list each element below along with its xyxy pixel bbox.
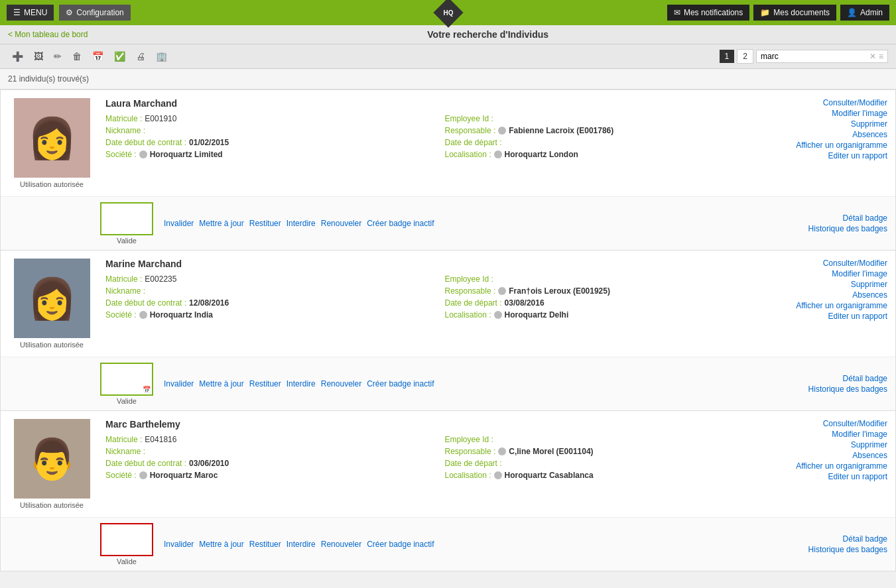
breadcrumb-bar: < Mon tableau de bord Votre recherche d'… [0,25,896,44]
envelope-icon: ✉ [674,8,680,17]
action-link-1[interactable]: Modifier l'image [832,109,887,118]
toolbar: ➕ 🖼 ✏ 🗑 📅 ✅ 🖨 🏢 1 2 ✕ ≡ [0,44,896,69]
societe-icon [139,311,147,319]
badge-action-link-0[interactable]: Invalider [164,540,194,549]
menu-button[interactable]: ☰ MENU [7,5,54,21]
employee-id-label: Employee Id : [445,435,493,444]
badge-action-link-0[interactable]: Invalider [164,219,194,228]
action-link-2[interactable]: Supprimer [851,119,887,129]
action-link-1[interactable]: Modifier l'image [832,269,887,278]
badge-action-link-5[interactable]: Créer badge inactif [367,379,434,388]
action-link-3[interactable]: Absences [852,130,887,139]
documents-button[interactable]: 📁 Mes documents [753,5,836,21]
matricule-label: Matricule : [105,114,142,123]
search-input[interactable] [761,52,867,61]
badge-action-link-1[interactable]: Mettre à jour [199,219,243,228]
badge-right-action-1[interactable]: Historique des badges [808,224,887,233]
societe-label: Société : [105,471,137,480]
filter-icon[interactable]: ≡ [879,52,883,61]
menu-label: MENU [24,8,47,17]
societe-icon [139,471,147,479]
responsable-icon [498,127,506,135]
employee-id-label: Employee Id : [445,114,493,123]
photo-button[interactable]: 🖼 [30,48,47,64]
matricule-value: E002235 [145,274,176,284]
action-link-3[interactable]: Absences [852,451,887,460]
action-link-5[interactable]: Editer un rapport [828,151,887,160]
page-2-button[interactable]: 2 [737,49,753,64]
societe-value: Horoquartz Maroc [150,471,218,480]
action-link-4[interactable]: Afficher un organigramme [796,461,887,471]
action-link-1[interactable]: Modifier l'image [832,430,887,439]
action-link-4[interactable]: Afficher un organigramme [796,301,887,310]
page-1-button[interactable]: 1 [720,50,735,63]
individual-card: 👩 Utilisation autorisée Laura Marchand M… [0,89,896,251]
date-debut-label: Date début de contrat : [105,459,186,468]
breadcrumb-back[interactable]: < Mon tableau de bord [8,30,88,39]
employee-id-label: Employee Id : [445,274,493,284]
badge-action-link-3[interactable]: Interdire [287,540,316,549]
action-link-0[interactable]: Consulter/Modifier [823,98,887,107]
badge-right-action-0[interactable]: Détail badge [843,374,887,383]
matricule-value: E001910 [145,114,176,123]
badge-action-link-3[interactable]: Interdire [287,379,316,388]
action-link-2[interactable]: Supprimer [851,280,887,289]
photo-label: Utilisation autorisée [20,341,84,349]
badge-right-action-1[interactable]: Historique des badges [808,384,887,394]
badge-action-link-4[interactable]: Renouveler [321,219,361,228]
delete-button[interactable]: 🗑 [68,48,86,64]
localisation-icon [494,311,502,319]
admin-label: Admin [860,8,883,17]
badge-action-link-5[interactable]: Créer badge inactif [367,540,434,549]
card-info: Marine Marchand Matricule : E002235 Empl… [105,259,771,349]
nickname-label: Nickname : [105,126,145,135]
action-link-4[interactable]: Afficher un organigramme [796,141,887,150]
badge-right-action-0[interactable]: Détail badge [843,213,887,223]
badge-action-link-5[interactable]: Créer badge inactif [367,219,434,228]
action-link-0[interactable]: Consulter/Modifier [823,259,887,268]
config-button[interactable]: ⚙ Configuration [59,5,130,21]
folder-icon: 📁 [760,8,770,17]
badge-action-link-2[interactable]: Restituer [249,379,281,388]
action-link-5[interactable]: Editer un rapport [828,472,887,481]
responsable-value: C,line Morel (E001104) [509,447,593,456]
print-button[interactable]: 🖨 [132,48,149,64]
notifications-button[interactable]: ✉ Mes notifications [667,5,749,21]
badge-right-action-0[interactable]: Détail badge [843,534,887,544]
edit-button[interactable]: ✏ [50,48,66,64]
action-link-2[interactable]: Supprimer [851,440,887,449]
admin-button[interactable]: 👤 Admin [840,5,889,21]
check-button[interactable]: ✅ [110,48,129,64]
add-button[interactable]: ➕ [8,48,27,64]
badge-box: 📅 [100,363,153,396]
badge-right-actions: Détail badgeHistorique des badges [808,534,887,554]
documents-label: Mes documents [773,8,830,17]
localisation-value: Horoquartz Delhi [505,310,569,320]
badge-section: Valide InvaliderMettre à jourRestituerIn… [1,196,895,250]
badge-action-link-2[interactable]: Restituer [249,219,281,228]
badge-right-action-1[interactable]: Historique des badges [808,545,887,554]
action-link-3[interactable]: Absences [852,290,887,300]
badge-action-link-4[interactable]: Renouveler [321,540,361,549]
responsable-icon [498,447,506,455]
individual-name: Marine Marchand [105,259,771,269]
action-link-5[interactable]: Editer un rapport [828,312,887,321]
results-count: 21 individu(s) trouvé(s) [0,69,896,89]
badge-action-link-1[interactable]: Mettre à jour [199,379,243,388]
badge-section: 📅 Valide InvaliderMettre à jourRestituer… [1,357,895,410]
search-box: ✕ ≡ [756,50,888,63]
localisation-value: Horoquartz Casablanca [505,471,594,480]
badge-action-link-3[interactable]: Interdire [287,219,316,228]
org-button[interactable]: 🏢 [152,48,171,64]
badge-action-link-2[interactable]: Restituer [249,540,281,549]
badge-action-link-1[interactable]: Mettre à jour [199,540,243,549]
date-depart-value: 03/08/2016 [505,298,544,308]
clear-search-icon[interactable]: ✕ [869,52,876,61]
calendar-button[interactable]: 📅 [88,48,107,64]
badge-action-link-0[interactable]: Invalider [164,379,194,388]
badge-action-link-4[interactable]: Renouveler [321,379,361,388]
individual-card: 👨 Utilisation autorisée Marc Barthelemy … [0,411,896,571]
societe-label: Société : [105,310,137,320]
responsable-label: Responsable : [445,126,496,135]
action-link-0[interactable]: Consulter/Modifier [823,419,887,428]
